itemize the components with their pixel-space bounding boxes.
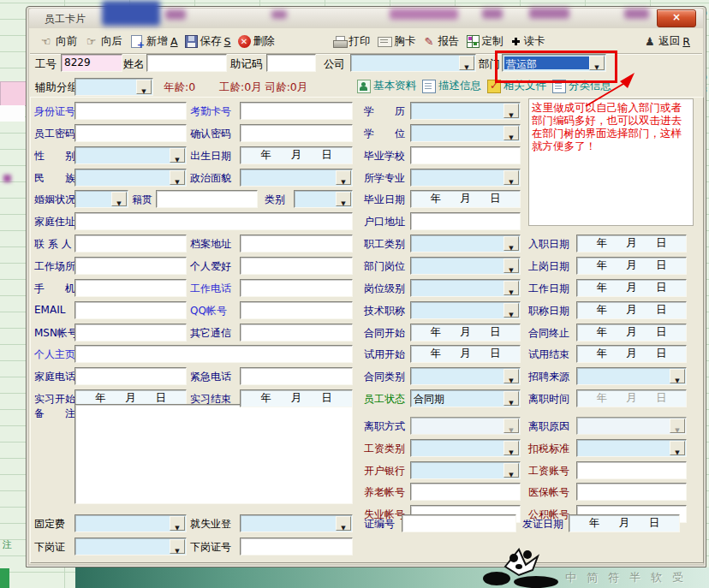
dropdown-arrow-icon[interactable]: ▼ bbox=[670, 369, 685, 383]
tax_std-combo[interactable]: ▼ bbox=[576, 439, 687, 457]
ime-mode-button[interactable]: 中 bbox=[565, 570, 576, 585]
forward-button[interactable]: ☜向前 bbox=[35, 33, 80, 50]
dropdown-arrow-icon[interactable]: ▼ bbox=[503, 170, 519, 185]
intern_end-date-field[interactable]: 年月日 bbox=[240, 389, 353, 407]
birth_date-date-field[interactable]: 年月日 bbox=[240, 146, 353, 164]
aux-group-combo[interactable]: ▼ bbox=[74, 78, 153, 96]
dropdown-arrow-icon[interactable]: ▼ bbox=[170, 148, 185, 163]
ethnicity-combo[interactable]: ▼ bbox=[74, 169, 187, 187]
category-combo[interactable]: ▼ bbox=[294, 190, 353, 208]
contract_start-date-field[interactable]: 年月日 bbox=[410, 324, 521, 342]
salary_acct-input[interactable] bbox=[576, 461, 687, 479]
home_address-input[interactable] bbox=[74, 212, 353, 230]
trial_end-date-field[interactable]: 年月日 bbox=[576, 345, 687, 363]
badge-button[interactable]: 胸卡 bbox=[374, 33, 420, 50]
grad_school-input[interactable] bbox=[410, 146, 521, 164]
read-card-button[interactable]: 读卡 bbox=[507, 33, 549, 50]
grad_date-date-field[interactable]: 年月日 bbox=[410, 190, 521, 208]
tab-1[interactable]: 基本资料 bbox=[357, 79, 416, 93]
emp-no-input[interactable]: 8229 bbox=[61, 54, 122, 72]
archive_address-input[interactable] bbox=[240, 235, 353, 252]
idcard-input[interactable] bbox=[74, 102, 187, 120]
contract_type-combo[interactable]: ▼ bbox=[410, 367, 521, 385]
print-button[interactable]: 打印 bbox=[330, 33, 374, 50]
trial_start-date-field[interactable]: 年月日 bbox=[410, 345, 521, 363]
dropdown-arrow-icon[interactable]: ▼ bbox=[503, 369, 519, 383]
dept_post-combo[interactable]: ▼ bbox=[410, 257, 521, 275]
homepage-input[interactable] bbox=[74, 345, 353, 363]
tech_title-combo[interactable]: ▼ bbox=[410, 301, 521, 319]
qq-input[interactable] bbox=[240, 301, 353, 319]
return-button[interactable]: ♟返回R bbox=[640, 33, 694, 50]
dropdown-arrow-icon[interactable]: ▼ bbox=[503, 258, 519, 273]
ime-symbol-button[interactable]: 符 bbox=[608, 570, 619, 585]
dropdown-arrow-icon[interactable]: ▼ bbox=[503, 441, 519, 455]
dropdown-arrow-icon[interactable]: ▼ bbox=[459, 56, 474, 70]
emp_status-combo[interactable]: 合同期▼ bbox=[410, 389, 521, 407]
password-input[interactable] bbox=[74, 124, 187, 142]
unemploy_reg-combo[interactable]: ▼ bbox=[240, 514, 353, 532]
customize-button[interactable]: 定制 bbox=[463, 33, 507, 50]
dropdown-arrow-icon[interactable]: ▼ bbox=[170, 516, 185, 531]
cert_date-date-field[interactable]: 年月日 bbox=[569, 514, 680, 532]
dropdown-arrow-icon[interactable]: ▼ bbox=[503, 236, 519, 251]
ime-softkeyboard-button[interactable]: 软 bbox=[651, 570, 662, 585]
delete-button[interactable]: ✕删除 bbox=[235, 33, 278, 50]
ime-extra-button[interactable]: 受 bbox=[672, 570, 683, 585]
bank-combo[interactable]: ▼ bbox=[410, 461, 521, 479]
cert_no-input[interactable] bbox=[402, 514, 516, 532]
remarks-textarea[interactable] bbox=[74, 404, 353, 504]
contract_end-date-field[interactable]: 年月日 bbox=[576, 324, 687, 342]
name-input[interactable] bbox=[146, 54, 227, 72]
entry_date-date-field[interactable]: 年月日 bbox=[576, 235, 687, 252]
tab-2[interactable]: 描述信息 bbox=[422, 79, 481, 93]
add-new-button[interactable]: 新增A bbox=[126, 33, 182, 50]
other_comm-input[interactable] bbox=[240, 324, 353, 342]
education-combo[interactable]: ▼ bbox=[410, 102, 521, 120]
layoff_cert-combo[interactable]: ▼ bbox=[74, 538, 187, 555]
dropdown-arrow-icon[interactable]: ▼ bbox=[503, 391, 519, 406]
emergency_phone-input[interactable] bbox=[240, 367, 353, 385]
msn-input[interactable] bbox=[74, 324, 187, 342]
ime-halfwidth-button[interactable]: 半 bbox=[629, 570, 640, 585]
dropdown-arrow-icon[interactable]: ▼ bbox=[336, 516, 351, 531]
attendance_card-input[interactable] bbox=[240, 102, 353, 120]
major-combo[interactable]: ▼ bbox=[410, 169, 521, 187]
hobby-input[interactable] bbox=[240, 257, 353, 275]
backward-button[interactable]: ☞向后 bbox=[80, 33, 126, 50]
layoff_cert_no-input[interactable] bbox=[240, 538, 353, 555]
post_level-combo[interactable]: ▼ bbox=[410, 279, 521, 297]
dropdown-arrow-icon[interactable]: ▼ bbox=[503, 126, 519, 140]
degree-combo[interactable]: ▼ bbox=[410, 124, 521, 142]
save-button[interactable]: 保存S bbox=[182, 33, 235, 50]
dropdown-arrow-icon[interactable]: ▼ bbox=[503, 303, 519, 318]
home_phone-input[interactable] bbox=[74, 367, 187, 385]
work_phone-input[interactable] bbox=[240, 279, 353, 297]
recruit_source-combo[interactable]: ▼ bbox=[576, 367, 687, 385]
political-combo[interactable]: ▼ bbox=[240, 169, 353, 187]
workplace-input[interactable] bbox=[74, 257, 187, 275]
gender-combo[interactable]: ▼ bbox=[74, 146, 187, 164]
dropdown-arrow-icon[interactable]: ▼ bbox=[111, 192, 127, 206]
medical_acct-input[interactable] bbox=[576, 483, 687, 501]
dropdown-arrow-icon[interactable]: ▼ bbox=[136, 80, 152, 94]
fixed_fee-combo[interactable]: ▼ bbox=[74, 514, 187, 532]
marital-combo[interactable]: ▼ bbox=[74, 190, 128, 208]
dropdown-arrow-icon[interactable]: ▼ bbox=[170, 170, 185, 185]
mobile-input[interactable] bbox=[74, 279, 187, 297]
dropdown-arrow-icon[interactable]: ▼ bbox=[336, 170, 351, 185]
company-combo[interactable]: ▼ bbox=[350, 54, 476, 72]
salary_type-combo[interactable]: ▼ bbox=[410, 439, 521, 457]
household_addr-input[interactable] bbox=[410, 212, 521, 230]
ime-buttons[interactable]: 中 简 符 半 软 受 bbox=[565, 570, 683, 585]
close-button[interactable]: × bbox=[657, 9, 696, 27]
dropdown-arrow-icon[interactable]: ▼ bbox=[336, 192, 351, 206]
dropdown-arrow-icon[interactable]: ▼ bbox=[170, 539, 185, 554]
dropdown-arrow-icon[interactable]: ▼ bbox=[503, 104, 519, 118]
pension_acct-input[interactable] bbox=[410, 483, 521, 501]
native_place-input[interactable] bbox=[156, 190, 258, 208]
email-input[interactable] bbox=[74, 301, 187, 319]
ime-simplified-button[interactable]: 简 bbox=[587, 570, 598, 585]
confirm_password-input[interactable] bbox=[240, 124, 353, 142]
emp_category-combo[interactable]: ▼ bbox=[410, 235, 521, 252]
